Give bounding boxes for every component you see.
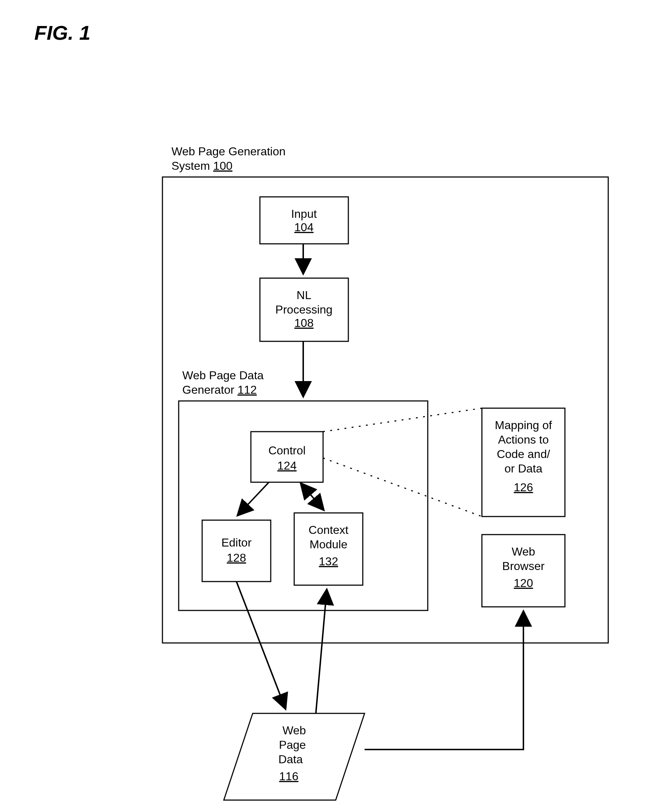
webdata116-number: 116 xyxy=(279,770,298,783)
control124-label: Control xyxy=(268,444,305,457)
system100-label-line1: Web Page Generation xyxy=(172,145,286,158)
browser120-label-line2: Browser xyxy=(502,560,545,572)
nl108-number: 108 xyxy=(294,316,313,330)
input104-number: 104 xyxy=(294,221,313,234)
browser120-number: 120 xyxy=(514,577,533,589)
generator112-number: 112 xyxy=(237,383,257,396)
system100-number: 100 xyxy=(213,159,233,172)
mapping126-label-line3: Code and/ xyxy=(497,447,550,461)
browser120-label-line1: Web xyxy=(511,545,535,558)
generator112-label-line2: Generator xyxy=(182,383,237,396)
nl108-label-line1: NL xyxy=(297,288,312,302)
system100-label: System 100 xyxy=(172,159,233,172)
context132-number: 132 xyxy=(319,555,338,568)
mapping126-label-line1: Mapping of xyxy=(495,419,552,432)
generator112-label: Generator 112 xyxy=(182,383,257,396)
input104-label: Input xyxy=(291,208,317,220)
context132-label-line2: Module xyxy=(310,538,348,551)
webdata116-label-line2: Page xyxy=(279,738,306,751)
editor128-label: Editor xyxy=(221,536,251,549)
diagram-svg: FIG. 1 Web Page Generation System 100 In… xyxy=(0,0,653,812)
system100-label-line2: System xyxy=(172,159,213,172)
mapping126-number: 126 xyxy=(514,481,533,494)
editor128-number: 128 xyxy=(227,551,246,564)
context132-label-line1: Context xyxy=(309,524,349,536)
control124-number: 124 xyxy=(277,459,296,472)
webdata116-label-line1: Web xyxy=(282,724,306,737)
mapping126-label-line4: or Data xyxy=(505,462,543,475)
webdata116-label-line3: Data xyxy=(278,753,303,766)
editor128-box xyxy=(202,520,271,582)
nl108-label-line2: Processing xyxy=(276,303,332,316)
mapping126-label-line2: Actions to xyxy=(498,433,549,446)
figure-title: FIG. 1 xyxy=(34,21,91,44)
generator112-label-line1: Web Page Data xyxy=(182,369,264,382)
